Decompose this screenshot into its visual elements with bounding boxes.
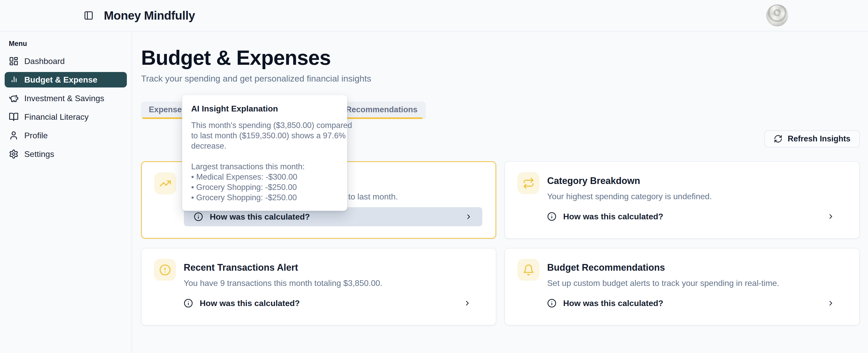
- category-breakdown-card: Category Breakdown Your highest spending…: [504, 161, 860, 239]
- sidebar-section-label: Menu: [9, 40, 131, 48]
- chevron-right-icon: [827, 299, 835, 307]
- tooltip-transaction-item: • Medical Expenses: -$300.00: [191, 172, 341, 182]
- sidebar: Menu Dashboard Budget & Expense Investme…: [0, 32, 132, 353]
- info-icon: [184, 298, 193, 308]
- sidebar-toggle-button[interactable]: [83, 9, 95, 22]
- ai-insight-tooltip: AI Insight Explanation This month's spen…: [182, 95, 347, 211]
- dashboard-icon: [9, 56, 19, 66]
- how-calculated-row[interactable]: How was this calculated?: [547, 294, 846, 313]
- info-icon: [547, 212, 556, 221]
- sidebar-item-financial-literacy[interactable]: Financial Literacy: [5, 108, 127, 126]
- how-calculated-label: How was this calculated?: [563, 212, 663, 221]
- gear-icon: [9, 149, 19, 159]
- panel-left-icon: [84, 10, 94, 21]
- refresh-insights-label: Refresh Insights: [788, 134, 850, 143]
- sidebar-item-label: Budget & Expense: [24, 75, 97, 85]
- info-icon: [194, 212, 203, 221]
- recent-transactions-card: Recent Transactions Alert You have 9 tra…: [141, 248, 496, 325]
- budget-recommendations-card: Budget Recommendations Set up custom bud…: [504, 248, 860, 325]
- how-calculated-row[interactable]: How was this calculated?: [547, 207, 846, 226]
- how-calculated-label: How was this calculated?: [563, 298, 663, 308]
- user-icon: [9, 131, 19, 140]
- card-content: Recent Transactions Alert You have 9 tra…: [184, 248, 483, 313]
- card-body: You have 9 transactions this month total…: [184, 278, 483, 288]
- sidebar-item-budget-expense[interactable]: Budget & Expense: [5, 72, 127, 87]
- repeat-icon: [518, 172, 539, 194]
- info-icon: [547, 298, 556, 308]
- tooltip-list-intro: Largest transactions this month:: [191, 162, 341, 172]
- bell-icon: [518, 259, 539, 281]
- card-body: Your highest spending category is undefi…: [547, 191, 846, 202]
- sidebar-item-label: Settings: [24, 149, 54, 159]
- app-title: Money Mindfully: [104, 8, 195, 23]
- card-content: Budget Recommendations Set up custom bud…: [547, 248, 846, 313]
- how-calculated-row[interactable]: How was this calculated?: [184, 294, 483, 313]
- refresh-icon: [774, 135, 782, 143]
- tooltip-spacer: [191, 151, 341, 162]
- book-open-icon: [9, 112, 19, 122]
- tooltip-title: AI Insight Explanation: [191, 104, 341, 113]
- card-title: Recent Transactions Alert: [184, 262, 483, 273]
- chevron-right-icon: [465, 213, 472, 221]
- tooltip-paragraph-line: This month's spending ($3,850.00) compar…: [191, 120, 341, 131]
- tooltip-transaction-item: • Grocery Shopping: -$250.00: [191, 192, 341, 203]
- sidebar-item-label: Investment & Savings: [24, 94, 104, 103]
- page-subtitle: Track your spending and get personalized…: [141, 74, 860, 83]
- tooltip-transaction-item: • Grocery Shopping: -$250.00: [191, 182, 341, 192]
- card-title: Category Breakdown: [547, 176, 846, 186]
- tooltip-paragraph-line: to last month ($159,350.00) shows a 97.6…: [191, 131, 341, 141]
- card-body: Set up custom budget alerts to track you…: [547, 278, 846, 288]
- sidebar-nav: Dashboard Budget & Expense Investment & …: [0, 52, 131, 163]
- sidebar-item-label: Profile: [24, 131, 48, 140]
- page-title: Budget & Expenses: [141, 46, 860, 69]
- sidebar-item-label: Financial Literacy: [24, 112, 89, 122]
- chart-column-icon: [9, 75, 19, 85]
- tooltip-paragraph-line: decrease.: [191, 141, 341, 151]
- card-content: Category Breakdown Your highest spending…: [547, 162, 846, 226]
- sidebar-item-label: Dashboard: [24, 57, 65, 66]
- how-calculated-label: How was this calculated?: [210, 212, 310, 222]
- how-calculated-label: How was this calculated?: [200, 298, 300, 308]
- alert-circle-icon: [154, 259, 176, 281]
- card-title: Budget Recommendations: [547, 262, 846, 273]
- avatar[interactable]: [766, 4, 788, 26]
- refresh-insights-button[interactable]: Refresh Insights: [765, 130, 860, 147]
- piggy-bank-icon: [9, 94, 19, 103]
- chevron-right-icon: [827, 213, 835, 220]
- trending-up-icon: [154, 172, 176, 194]
- sidebar-item-dashboard[interactable]: Dashboard: [5, 52, 127, 70]
- sidebar-item-profile[interactable]: Profile: [5, 126, 127, 145]
- sidebar-item-investment-savings[interactable]: Investment & Savings: [5, 89, 127, 108]
- sidebar-item-settings[interactable]: Settings: [5, 145, 127, 163]
- chevron-right-icon: [463, 299, 471, 307]
- top-bar: Money Mindfully: [0, 0, 868, 32]
